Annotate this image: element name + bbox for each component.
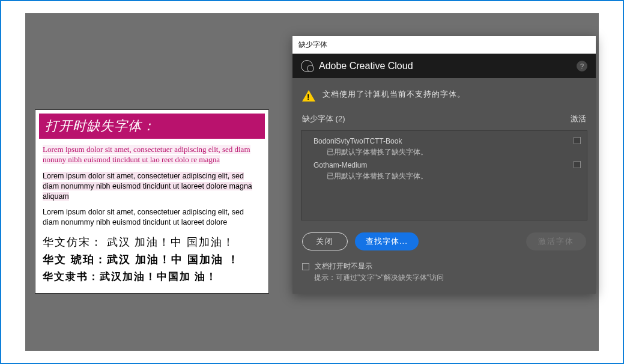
doc-paragraph-1: Lorem ipsum dolor sit amet, consectetuer… bbox=[43, 144, 261, 166]
document-preview: 打开时缺失字体： Lorem ipsum dolor sit amet, con… bbox=[35, 109, 269, 294]
font-name: BodoniSvtyTwoITCTT-Book bbox=[314, 137, 565, 145]
dialog-button-row: 关闭 查找字体... 激活字体 bbox=[292, 220, 596, 256]
doc-chinese-lines: 华文仿宋： 武汉 加油！中 国加油！ 华文 琥珀：武汉 加油！中 国加油 ！ 华… bbox=[43, 234, 261, 285]
dont-show-label: 文档打开时不显示 bbox=[315, 262, 372, 270]
missing-fonts-heading: 缺少字体 (2) bbox=[302, 114, 345, 124]
font-item[interactable]: BodoniSvtyTwoITCTT-Book 已用默认字体替换了缺失字体。 bbox=[301, 135, 587, 159]
font-list-header: 缺少字体 (2) 激活 bbox=[292, 110, 596, 128]
dont-show-checkbox[interactable] bbox=[302, 263, 309, 270]
font-name: Gotham-Medium bbox=[314, 161, 565, 169]
font-activate-checkbox[interactable] bbox=[574, 161, 581, 168]
doc-body: Lorem ipsum dolor sit amet, consectetuer… bbox=[39, 139, 265, 290]
font-activate-checkbox[interactable] bbox=[574, 137, 581, 144]
doc-title-bar: 打开时缺失字体： bbox=[39, 114, 265, 139]
creative-cloud-header: Adobe Creative Cloud ? bbox=[292, 54, 596, 78]
doc-cn-hupo: 华文 琥珀：武汉 加油！中 国加油 ！ bbox=[43, 251, 261, 268]
close-button[interactable]: 关闭 bbox=[302, 232, 348, 250]
font-item[interactable]: Gotham-Medium 已用默认字体替换了缺失字体。 bbox=[301, 159, 587, 183]
font-sub: 已用默认字体替换了缺失字体。 bbox=[314, 171, 565, 181]
find-fonts-button[interactable]: 查找字体... bbox=[355, 232, 419, 250]
font-sub: 已用默认字体替换了缺失字体。 bbox=[314, 147, 565, 157]
dialog-footer: 文档打开时不显示 提示：可通过"文字">"解决缺失字体"访问 bbox=[292, 256, 596, 294]
help-button[interactable]: ? bbox=[577, 61, 587, 71]
doc-paragraph-2: Lorem ipsum dolor sit amet, consectetuer… bbox=[43, 170, 261, 203]
missing-fonts-dialog: 缺少字体 Adobe Creative Cloud ? 文档使用了计算机当前不支… bbox=[292, 36, 596, 294]
creative-cloud-icon bbox=[301, 60, 313, 72]
warning-text: 文档使用了计算机当前不支持的字体。 bbox=[323, 89, 465, 100]
doc-cn-lishu: 华文隶书：武汉加油！中国加 油！ bbox=[43, 268, 261, 285]
activate-fonts-button: 激活字体 bbox=[526, 232, 586, 250]
app-workspace: 打开时缺失字体： Lorem ipsum dolor sit amet, con… bbox=[25, 13, 599, 351]
footer-hint: 提示：可通过"文字">"解决缺失字体"访问 bbox=[302, 273, 586, 283]
warning-icon bbox=[302, 90, 315, 102]
doc-paragraph-3: Lorem ipsum dolor sit amet, consectetuer… bbox=[43, 207, 261, 228]
warning-row: 文档使用了计算机当前不支持的字体。 bbox=[292, 78, 596, 110]
doc-cn-fangsong: 华文仿宋： 武汉 加油！中 国加油！ bbox=[43, 234, 261, 251]
activate-heading: 激活 bbox=[571, 114, 586, 124]
creative-cloud-title: Adobe Creative Cloud bbox=[319, 61, 571, 71]
dialog-title-bar[interactable]: 缺少字体 bbox=[292, 36, 596, 54]
font-list: BodoniSvtyTwoITCTT-Book 已用默认字体替换了缺失字体。 G… bbox=[301, 130, 587, 220]
